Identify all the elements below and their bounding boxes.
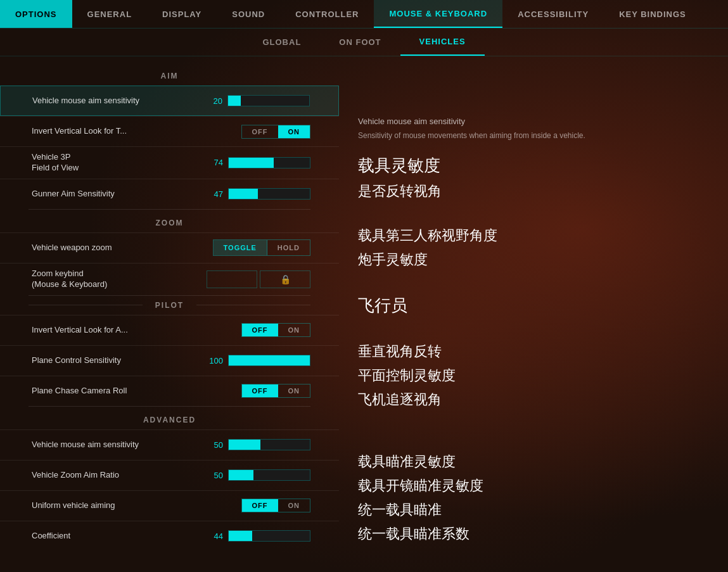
setting-value-coefficient: 44 [198,531,223,541]
keybind-slot-secondary[interactable]: 🔒 [260,270,310,288]
toggle-off-btn-a[interactable]: OFF [242,324,278,336]
setting-row-invert-vertical-a: Invert Vertical Look for A... OFF ON [0,315,339,345]
slider-vehicle-mouse-aim-adv[interactable] [228,439,310,450]
slider-gunner-aim[interactable] [228,188,310,200]
keybind-slot-primary[interactable] [207,270,257,288]
translation-zoom-aim-ratio: 载具开镜瞄准灵敏度 [358,476,483,495]
setting-row-zoom-keybind: Zoom keybind (Mouse & Keyboard) 🔒 [0,263,339,295]
toggle-toggle-btn[interactable]: TOGGLE [214,240,267,255]
setting-label-uniform-vehicle: Uniform vehicle aiming [32,500,241,511]
setting-label-vehicle-mouse-aim-adv: Vehicle mouse aim sensitivity [32,440,198,450]
setting-row-invert-vertical-t: Invert Vertical Look for T... OFF ON [0,116,339,146]
setting-row-vehicle-3p-fov: Vehicle 3P Field of View 74 [0,146,339,179]
translation-pilot: 飞行员 [358,295,497,317]
translation-uniform-aim: 统一载具瞄准 [358,500,483,519]
toggle-invert-vertical-a[interactable]: OFF ON [241,323,311,337]
slider-vehicle-mouse-aim[interactable] [227,95,310,106]
nav-item-accessibility[interactable]: ACCESSIBILITY [502,0,604,28]
slider-fill-vehicle-zoom-aim [229,470,253,480]
setting-label-vehicle-3p-fov: Vehicle 3P Field of View [32,152,198,174]
nav-item-controller[interactable]: CONTROLLER [280,0,374,28]
toggle-off-btn[interactable]: OFF [242,125,278,138]
setting-row-coefficient: Coefficient 44 [0,521,339,551]
slider-fill-plane-control [229,355,310,365]
toggle-on-btn[interactable]: ON [278,125,310,138]
setting-label-invert-vertical-t: Invert Vertical Look for T... [32,126,241,137]
settings-panel: AIM Vehicle mouse aim sensitivity 20 Inv… [0,56,339,572]
translation-coefficient: 统一载具瞄准系数 [358,524,483,543]
toggle-off-btn-chase[interactable]: OFF [242,385,278,397]
setting-value-vehicle-3p-fov: 74 [198,158,223,167]
translations-panel: 载具灵敏度 是否反转视角 载具第三人称视野角度 炮手灵敏度 飞行员 垂直视角反转… [358,155,497,414]
nav-item-general[interactable]: GENERAL [72,0,148,28]
nav-item-options[interactable]: OPTIONS [0,0,72,28]
tooltip-title: Vehicle mouse aim sensitivity [358,117,585,126]
slider-fill-vehicle-3p-fov [229,158,273,168]
slider-fill-vehicle-mouse-aim-adv [229,440,260,450]
slider-thumb-vehicle-mouse-aim-adv [260,440,266,450]
tooltip-description: Sensitivity of mouse movements when aimi… [358,130,585,141]
slider-thumb-coefficient [252,531,258,541]
setting-value-plane-control: 100 [198,356,223,365]
setting-row-vehicle-weapon-zoom: Vehicle weapon zoom TOGGLE HOLD [0,232,339,263]
sub-nav-global[interactable]: GLOBAL [243,29,320,56]
setting-label-vehicle-zoom-aim: Vehicle Zoom Aim Ratio [32,470,198,481]
nav-item-display[interactable]: DISPLAY [147,0,217,28]
section-header-aim: AIM [0,63,339,86]
setting-row-vehicle-mouse-aim: Vehicle mouse aim sensitivity 20 [0,86,339,116]
slider-fill-vehicle-mouse-aim [228,96,240,106]
toggle-hold-vehicle-zoom[interactable]: TOGGLE HOLD [213,239,310,256]
nav-item-mouse-keyboard[interactable]: MOUSE & KEYBOARD [374,0,502,28]
sub-nav-vehicles[interactable]: VEHICLES [400,29,485,56]
translation-3p-fov: 载具第三人称视野角度 [358,226,497,245]
section-header-advanced: ADVANCED [0,407,339,429]
slider-plane-control[interactable] [228,355,310,366]
toggle-off-btn-uniform[interactable]: OFF [242,499,278,512]
keybind-zoom: 🔒 [207,270,310,288]
slider-fill-coefficient [229,531,252,541]
main-content: AIM Vehicle mouse aim sensitivity 20 Inv… [0,56,728,572]
setting-label-gunner-aim: Gunner Aim Sensitivity [32,189,198,200]
slider-thumb-vehicle-mouse-aim [240,96,246,106]
setting-value-vehicle-mouse-aim-adv: 50 [198,440,223,450]
setting-row-vehicle-mouse-aim-adv: Vehicle mouse aim sensitivity 50 [0,429,339,460]
right-panel: Vehicle mouse aim sensitivity Sensitivit… [339,56,728,572]
translation-vehicle-sensitivity: 载具灵敏度 [358,155,497,177]
setting-label-plane-control: Plane Control Sensitivity [32,355,198,366]
nav-item-key-bindings[interactable]: KEY BINDINGS [604,0,701,28]
setting-row-uniform-vehicle: Uniform vehicle aiming OFF ON [0,490,339,521]
setting-label-coefficient: Coefficient [32,531,198,542]
setting-row-plane-control: Plane Control Sensitivity 100 [0,345,339,376]
setting-value-vehicle-zoom-aim: 50 [198,471,223,480]
toggle-on-btn-uniform[interactable]: ON [278,499,310,512]
lock-icon: 🔒 [280,274,291,284]
slider-thumb-gunner-aim [257,189,264,199]
translation-vehicle-aim-adv: 载具瞄准灵敏度 [358,452,483,471]
slider-vehicle-zoom-aim[interactable] [228,469,310,481]
translation-vertical-invert: 垂直视角反转 [358,342,497,361]
translation-plane-chase: 飞机追逐视角 [358,390,497,409]
setting-row-plane-chase: Plane Chase Camera Roll OFF ON [0,376,339,406]
toggle-on-btn-a[interactable]: ON [278,324,310,336]
nav-item-sound[interactable]: SOUND [217,0,280,28]
slider-coefficient[interactable] [228,530,310,542]
section-header-pilot: PILOT [143,301,196,310]
setting-label-zoom-keybind: Zoom keybind (Mouse & Keyboard) [32,269,207,290]
setting-row-vehicle-zoom-aim: Vehicle Zoom Aim Ratio 50 [0,460,339,490]
toggle-hold-btn[interactable]: HOLD [267,240,310,255]
setting-value-vehicle-mouse-aim: 20 [197,96,222,106]
slider-vehicle-3p-fov[interactable] [228,157,310,168]
top-navigation: OPTIONS GENERAL DISPLAY SOUND CONTROLLER… [0,0,728,29]
translation-plane-control: 平面控制灵敏度 [358,366,497,385]
translations-advanced: 载具瞄准灵敏度 载具开镜瞄准灵敏度 统一载具瞄准 统一载具瞄准系数 [358,452,483,549]
toggle-uniform-vehicle[interactable]: OFF ON [241,499,311,512]
toggle-on-btn-chase[interactable]: ON [278,385,310,397]
toggle-plane-chase[interactable]: OFF ON [241,384,311,398]
setting-row-gunner-aim: Gunner Aim Sensitivity 47 [0,179,339,209]
translation-invert-view: 是否反转视角 [358,182,497,201]
setting-value-gunner-aim: 47 [198,189,223,199]
toggle-invert-vertical-t[interactable]: OFF ON [241,125,311,139]
setting-label-vehicle-mouse-aim: Vehicle mouse aim sensitivity [32,96,197,106]
sub-nav-on-foot[interactable]: ON FOOT [320,29,400,56]
setting-label-invert-vertical-a: Invert Vertical Look for A... [32,325,241,336]
